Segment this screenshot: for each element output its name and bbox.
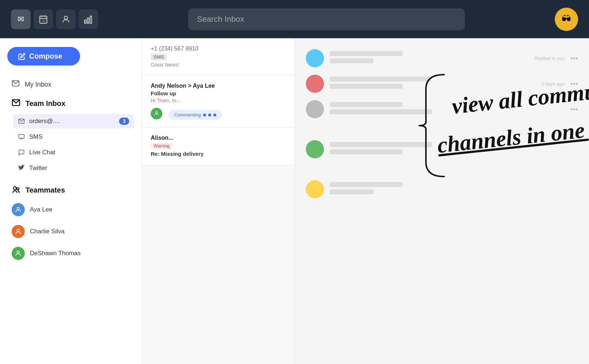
charlie-silva-avatar — [12, 225, 25, 238]
sms-channel-item[interactable]: SMS — [13, 130, 134, 144]
right-panel-rows: Replied to you ••• 2 days ago ••• — [295, 38, 589, 209]
aya-lee-name: Aya Lee — [30, 206, 52, 213]
svg-point-13 — [13, 187, 16, 190]
orders-badge: 3 — [119, 118, 129, 125]
channels-list: orders@.... 3 SMS Live Chat — [7, 114, 134, 175]
orders-channel-label: orders@.... — [29, 118, 60, 125]
teammates-label: Teammates — [25, 186, 65, 194]
right-text-2 — [330, 76, 535, 91]
svg-point-14 — [17, 188, 19, 190]
conv-sender-followup: Andy Nelson > Aya Lee — [151, 83, 286, 89]
blurred-name-5 — [330, 182, 403, 187]
right-avatar-1 — [306, 49, 324, 67]
twitter-channel-label: Twitter — [29, 165, 47, 172]
conv-subject-followup: Follow up — [151, 90, 286, 96]
teammates-header: Teammates — [7, 182, 134, 198]
analytics-nav-btn[interactable] — [79, 9, 98, 29]
team-inbox-icon — [12, 98, 20, 109]
inbox-nav-btn[interactable]: ✉ — [11, 9, 31, 29]
svg-text:31: 31 — [42, 19, 45, 22]
right-avatar-4 — [306, 140, 324, 158]
right-avatar-3 — [306, 100, 324, 118]
svg-point-17 — [17, 251, 20, 253]
svg-point-15 — [17, 207, 20, 210]
right-row-3: ••• — [306, 100, 578, 118]
right-text-1 — [330, 51, 529, 66]
blurred-preview-5 — [330, 189, 373, 194]
right-more-3: ••• — [570, 105, 578, 114]
deshawn-thomas-avatar — [12, 247, 25, 260]
deshawn-thomas-name: DeShawn Thomas — [30, 250, 81, 257]
right-row-5 — [306, 180, 578, 198]
blurred-name-2 — [330, 76, 432, 82]
blurred-preview-3 — [330, 109, 432, 114]
commenting-label: Commenting — [174, 112, 201, 118]
contacts-nav-btn[interactable] — [56, 9, 76, 29]
commenter-avatar — [151, 108, 162, 119]
blurred-preview-1 — [330, 58, 373, 63]
twitter-channel-item[interactable]: Twitter — [13, 161, 134, 175]
right-text-4 — [330, 142, 578, 157]
right-more-1: ••• — [570, 54, 578, 63]
blurred-preview-2 — [330, 84, 403, 89]
svg-point-5 — [64, 16, 68, 19]
right-text-3 — [330, 102, 565, 116]
svg-point-16 — [17, 229, 20, 232]
right-row-1: Replied to you ••• — [306, 49, 578, 67]
right-avatar-5 — [306, 180, 324, 198]
right-avatar-2 — [306, 75, 324, 93]
conversation-missing-delivery[interactable]: Alison... Warning Re: Missing delivery — [142, 127, 294, 166]
charlie-silva-name: Charlie Silva — [30, 228, 64, 235]
orders-channel-item[interactable]: orders@.... 3 — [13, 114, 134, 128]
user-avatar-btn[interactable]: 🕶 — [555, 8, 578, 31]
blurred-name-4 — [330, 142, 432, 147]
teammate-aya-lee[interactable]: Aya Lee — [7, 199, 134, 220]
blurred-preview-4 — [330, 149, 403, 154]
svg-point-18 — [155, 111, 157, 113]
livechat-channel-item[interactable]: Live Chat — [13, 145, 134, 160]
dot-3 — [213, 114, 216, 116]
right-row-4 — [306, 140, 578, 158]
my-inbox-item[interactable]: My Inbox — [7, 76, 134, 93]
blurred-name-1 — [330, 51, 403, 56]
warning-badge: Warning — [151, 143, 173, 149]
team-inbox-label: Team Inbox — [25, 99, 66, 108]
blurred-name-3 — [330, 102, 403, 107]
dot-2 — [208, 114, 211, 116]
compose-button[interactable]: Compose — [7, 47, 80, 66]
sms-badge: SMS — [151, 54, 167, 60]
sidebar: Compose My Inbox Team Inbox — [0, 38, 142, 364]
team-inbox-header[interactable]: Team Inbox — [7, 95, 134, 112]
conv-phone: +1 (234) 567 8910 — [151, 46, 286, 52]
conversation-sms[interactable]: +1 (234) 567 8910 SMS Great News! — [142, 38, 294, 75]
svg-rect-8 — [90, 16, 91, 23]
search-input[interactable] — [188, 8, 465, 30]
teammate-deshawn-thomas[interactable]: DeShawn Thomas — [7, 243, 134, 264]
conversation-detail-panel: Replied to you ••• 2 days ago ••• — [295, 38, 589, 364]
conv-preview-sms: Great News! — [151, 62, 286, 68]
right-more-2: ••• — [570, 80, 578, 88]
conversations-list: +1 (234) 567 8910 SMS Great News! Andy N… — [142, 38, 295, 364]
livechat-channel-label: Live Chat — [29, 149, 55, 156]
my-inbox-label: My Inbox — [25, 81, 51, 88]
search-bar-container — [106, 8, 548, 30]
svg-rect-6 — [84, 20, 86, 23]
compose-label: Compose — [29, 52, 62, 60]
nav-icon-group: ✉ 31 — [11, 9, 98, 29]
svg-rect-7 — [87, 18, 89, 23]
sms-channel-label: SMS — [29, 133, 43, 141]
teammates-section: Teammates Aya Lee Charlie Silva — [7, 182, 134, 264]
dot-1 — [203, 114, 206, 116]
right-timestamp-1: Replied to you — [534, 56, 565, 61]
inbox-icon — [12, 79, 20, 90]
conversation-followup[interactable]: Andy Nelson > Aya Lee Follow up Hi Team,… — [142, 75, 294, 127]
right-text-5 — [330, 182, 578, 197]
svg-rect-12 — [19, 134, 24, 138]
main-content: Compose My Inbox Team Inbox — [0, 38, 589, 364]
teammate-charlie-silva[interactable]: Charlie Silva — [7, 221, 134, 242]
right-row-2: 2 days ago ••• — [306, 75, 578, 93]
conv-preview-followup: Hi Team, to... — [151, 98, 286, 103]
conv-sender-missing: Alison... — [151, 135, 286, 141]
conv-subject-missing: Re: Missing delivery — [151, 151, 286, 157]
calendar-nav-btn[interactable]: 31 — [33, 9, 53, 29]
